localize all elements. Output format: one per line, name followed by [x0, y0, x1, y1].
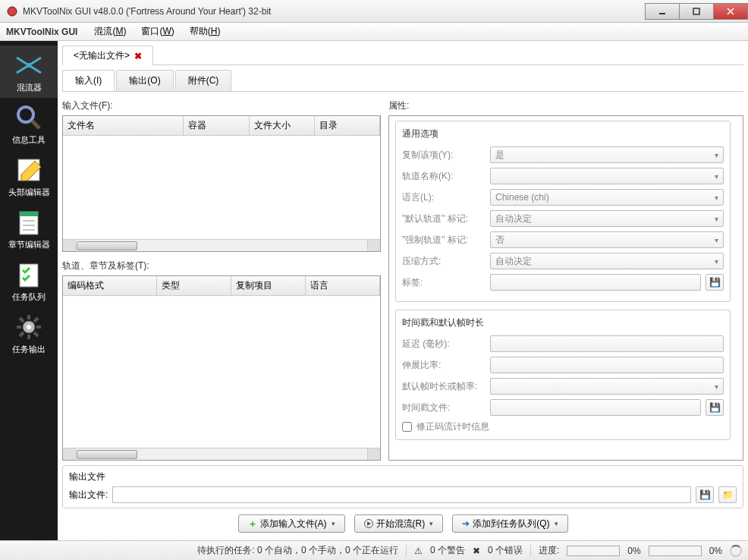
pending-jobs-label: 待执行的任务: 0 个自动，0 个手动，0 个正在运行: [197, 544, 398, 557]
stretch-input[interactable]: [490, 357, 724, 373]
tab-attachments[interactable]: 附件(C): [175, 70, 232, 91]
maximize-button[interactable]: [679, 3, 714, 20]
tab-output[interactable]: 输出(O): [116, 70, 173, 91]
document-tab-label: <无输出文件>: [74, 49, 130, 62]
svg-rect-10: [20, 212, 38, 216]
add-input-button[interactable]: ＋添加输入文件(A): [238, 514, 345, 533]
output-file-section: 输出文件 输出文件: 💾 📁: [62, 465, 743, 508]
menu-mux[interactable]: 混流(M): [86, 22, 134, 41]
forced-flag-combo[interactable]: 否: [490, 231, 724, 248]
compression-combo[interactable]: 自动决定: [490, 253, 724, 269]
svg-point-0: [8, 7, 17, 16]
output-label: 输出文件:: [69, 489, 108, 502]
sidebar-item-label: 任务输出: [12, 344, 46, 355]
progress-bar-1: [567, 546, 620, 556]
tab-input[interactable]: 输入(I): [62, 70, 115, 91]
browse-output-button[interactable]: 💾: [696, 486, 714, 503]
col-type[interactable]: 类型: [157, 276, 231, 295]
app-icon: [6, 5, 18, 17]
sidebar-item-output[interactable]: 任务输出: [0, 307, 58, 360]
svg-line-7: [32, 121, 39, 128]
warnings-label: 0 个警告: [430, 544, 465, 557]
tags-label: 标签:: [402, 276, 486, 289]
titlebar: MKVToolNix GUI v48.0.0 ('Fortress Around…: [0, 0, 748, 23]
tsfile-input[interactable]: [490, 399, 701, 416]
sidebar-item-queue[interactable]: 任务队列: [0, 255, 58, 307]
h-scrollbar[interactable]: [63, 239, 380, 251]
menu-window[interactable]: 窗口(W): [134, 22, 181, 41]
general-title: 通用选项: [402, 127, 724, 140]
notepad-icon: [14, 207, 44, 238]
sidebar-item-info[interactable]: 信息工具: [0, 98, 58, 150]
sidebar-item-mux[interactable]: 混流器: [0, 46, 58, 98]
default-flag-label: "默认轨道" 标记:: [402, 212, 486, 225]
menubar: MKVToolNix GUI 混流(M) 窗口(W) 帮助(H): [0, 23, 748, 41]
browse-tags-button[interactable]: 💾: [706, 274, 724, 291]
default-flag-combo[interactable]: 自动决定: [490, 210, 724, 227]
progress-label: 进度:: [539, 544, 559, 557]
checklist-icon: [14, 260, 44, 290]
start-mux-button[interactable]: 开始混流(R): [354, 514, 444, 533]
col-filename[interactable]: 文件名: [63, 116, 184, 135]
mux-icon: [14, 50, 44, 80]
properties-label: 属性:: [388, 99, 743, 112]
copy-combo[interactable]: 是: [490, 146, 724, 163]
output-file-input[interactable]: [112, 486, 691, 503]
svg-line-22: [34, 318, 38, 322]
col-codec[interactable]: 编码格式: [63, 276, 157, 295]
progress-2-value: 0%: [709, 546, 722, 556]
close-icon[interactable]: ✖: [134, 51, 142, 61]
trackname-label: 轨道名称(K):: [402, 170, 486, 183]
sidebar-item-label: 任务队列: [12, 291, 46, 303]
col-container[interactable]: 容器: [184, 116, 249, 135]
stretch-label: 伸展比率:: [402, 359, 486, 372]
timing-group: 时间戳和默认帧时长 延迟 (毫秒): 伸展比率: 默认帧时长或帧率: 时间戳文件…: [395, 310, 731, 440]
menu-help[interactable]: 帮助(H): [182, 22, 228, 41]
svg-point-24: [27, 325, 31, 329]
trackname-combo[interactable]: [490, 168, 724, 184]
sidebar-item-label: 章节编辑器: [8, 239, 50, 250]
duration-label: 默认帧时长或帧率:: [402, 380, 486, 393]
document-tab[interactable]: <无输出文件> ✖: [62, 46, 153, 65]
duration-combo[interactable]: [490, 378, 724, 395]
add-to-queue-button[interactable]: ➔添加到任务队列(Q): [452, 514, 567, 533]
tracks-list[interactable]: 编码格式 类型 复制项目 语言: [62, 275, 381, 461]
svg-point-5: [27, 63, 31, 68]
error-icon: ✖: [473, 546, 480, 556]
sidebar-item-chapters[interactable]: 章节编辑器: [0, 203, 58, 255]
language-combo[interactable]: Chinese (chi): [490, 189, 724, 206]
browse-tsfile-button[interactable]: 💾: [706, 399, 724, 416]
fixbs-checkbox[interactable]: [402, 422, 412, 432]
spinner-icon: [730, 545, 742, 557]
input-files-label: 输入文件(F):: [62, 99, 381, 112]
sidebar-item-label: 混流器: [17, 82, 42, 93]
input-files-list[interactable]: 文件名 容器 文件大小 目录: [62, 115, 381, 252]
tags-input[interactable]: [490, 274, 701, 291]
sidebar: 混流器 信息工具 头部编辑器 章节编辑器 任务队列 任务输出: [0, 41, 58, 540]
col-lang[interactable]: 语言: [306, 276, 380, 295]
minimize-button[interactable]: [645, 3, 680, 20]
h-scrollbar[interactable]: [63, 448, 380, 460]
col-copy[interactable]: 复制项目: [231, 276, 306, 295]
bottom-buttons: ＋添加输入文件(A) 开始混流(R) ➔添加到任务队列(Q): [62, 508, 743, 536]
general-options-group: 通用选项 复制该项(Y):是 轨道名称(K): 语言(L):Chinese (c…: [395, 121, 731, 302]
sidebar-item-header[interactable]: 头部编辑器: [0, 150, 58, 203]
tracks-label: 轨道、章节及标签(T):: [62, 260, 381, 272]
warning-icon: ⚠: [414, 546, 423, 556]
col-size[interactable]: 文件大小: [250, 116, 315, 135]
forced-flag-label: "强制轨道" 标记:: [402, 234, 486, 247]
delay-label: 延迟 (毫秒):: [402, 338, 486, 351]
properties-panel: 通用选项 复制该项(Y):是 轨道名称(K): 语言(L):Chinese (c…: [388, 115, 743, 461]
col-dir[interactable]: 目录: [315, 116, 380, 135]
svg-line-23: [20, 332, 24, 336]
folder-icon: 💾: [709, 277, 721, 288]
window-title: MKVToolNix GUI v48.0.0 ('Fortress Around…: [23, 6, 271, 17]
gear-icon: [14, 312, 44, 342]
svg-point-6: [18, 107, 33, 122]
recent-output-button[interactable]: 📁: [718, 486, 737, 503]
delay-input[interactable]: [490, 335, 724, 352]
close-button[interactable]: [713, 3, 748, 20]
sidebar-item-label: 头部编辑器: [8, 187, 50, 198]
timing-title: 时间戳和默认帧时长: [402, 316, 724, 329]
save-icon: 💾: [699, 489, 711, 500]
